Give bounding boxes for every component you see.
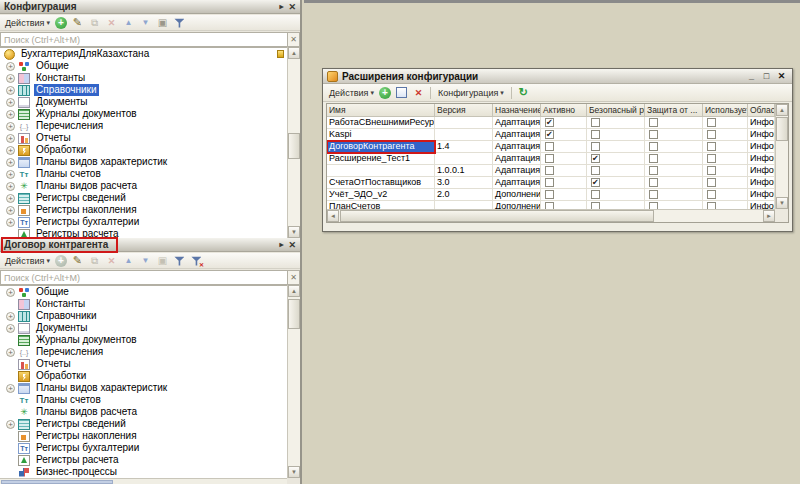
column-header[interactable]: Активно [541, 104, 587, 117]
configuration-menu-button[interactable]: Конфигурация [436, 88, 506, 98]
tree-item[interactable]: +Справочники [0, 310, 287, 322]
protection-checkbox[interactable] [649, 190, 658, 199]
scrollbar-thumb[interactable] [288, 133, 300, 159]
window-titlebar[interactable]: Расширения конфигурации _□✕ [323, 69, 792, 84]
scrollbar-thumb[interactable] [776, 117, 788, 141]
move-up-icon[interactable] [122, 254, 135, 267]
tree-item[interactable]: +Обработки [0, 144, 287, 156]
tree-item[interactable]: +Бизнес-процессы [0, 466, 287, 478]
tree-item[interactable]: +Отчеты [0, 132, 287, 144]
tree-item[interactable]: +Планы видов расчета [0, 406, 287, 418]
expand-icon[interactable]: + [6, 182, 15, 191]
table-row[interactable]: СчетаОтПоставщиков3.0АдаптацияИнфор [327, 177, 775, 189]
vertical-scrollbar[interactable]: ▲ ▼ [287, 47, 300, 238]
expand-icon[interactable]: + [6, 420, 15, 429]
protection-checkbox[interactable] [649, 142, 658, 151]
use-main-roles-checkbox[interactable] [707, 154, 716, 163]
expand-icon[interactable]: + [6, 86, 15, 95]
tree-item[interactable]: +Справочники [0, 84, 287, 96]
safe-mode-checkbox[interactable] [591, 118, 600, 127]
refresh-icon[interactable] [517, 86, 530, 99]
tree-item[interactable]: +Общие [0, 60, 287, 72]
maximize-button[interactable]: □ [760, 70, 773, 83]
expand-icon[interactable]: + [6, 194, 15, 203]
scroll-up-icon[interactable]: ▲ [776, 104, 788, 116]
cell-name[interactable] [327, 165, 435, 177]
tree-item[interactable]: +Перечисления [0, 120, 287, 132]
safe-mode-checkbox[interactable] [591, 166, 600, 175]
expand-icon[interactable]: + [6, 312, 15, 321]
tree-item[interactable]: +Обработки [0, 370, 287, 382]
tree-item[interactable]: +Отчеты [0, 358, 287, 370]
tree-item[interactable]: +Регистры накопления [0, 430, 287, 442]
expand-icon[interactable]: + [6, 158, 15, 167]
scrollbar-thumb[interactable] [1, 480, 113, 484]
tree-item[interactable]: +Документы [0, 322, 287, 334]
cell-name[interactable]: ДоговорКонтрагента [327, 141, 435, 153]
use-main-roles-checkbox[interactable] [707, 202, 716, 209]
use-main-roles-checkbox[interactable] [707, 178, 716, 187]
tree-item[interactable]: +Перечисления [0, 346, 287, 358]
table-row[interactable]: Учёт_ЭДО_v22.0ДополнениеИнфор [327, 189, 775, 201]
protection-checkbox[interactable] [649, 166, 658, 175]
tree-item[interactable]: +Регистры бухгалтерии [0, 216, 287, 228]
protection-checkbox[interactable] [649, 178, 658, 187]
scroll-up-icon[interactable]: ▲ [288, 285, 300, 297]
safe-mode-checkbox[interactable] [591, 130, 600, 139]
active-checkbox[interactable] [545, 190, 554, 199]
tree-item[interactable]: +Регистры расчета [0, 454, 287, 466]
expand-icon[interactable]: + [6, 206, 15, 215]
tree-item[interactable]: БухгалтерияДляКазахстана [0, 48, 287, 60]
panel-menu-icon[interactable]: ▸ [279, 238, 283, 252]
tree-item[interactable]: +Планы счетов [0, 394, 287, 406]
scroll-left-icon[interactable]: ◄ [327, 210, 339, 222]
actions-menu-button[interactable]: Действия [3, 256, 52, 266]
scrollbar-thumb[interactable] [288, 299, 300, 329]
table-row[interactable]: РаботаСВнешнимиРесурсамиАдаптацияИнфор [327, 117, 775, 129]
expand-icon[interactable]: + [6, 74, 15, 83]
cell-name[interactable]: Расширение_Тест1 [327, 153, 435, 165]
actions-menu-button[interactable]: Действия [327, 88, 376, 98]
horizontal-scrollbar[interactable] [0, 478, 287, 484]
tree-item[interactable]: +Документы [0, 96, 287, 108]
safe-mode-checkbox[interactable] [591, 178, 600, 187]
scroll-down-icon[interactable]: ▼ [776, 197, 788, 209]
tree-item[interactable]: +Планы видов характеристик [0, 382, 287, 394]
active-checkbox[interactable] [545, 202, 554, 209]
column-header[interactable]: Использует... [703, 104, 748, 117]
table-row[interactable]: 1.0.0.1АдаптацияИнфор [327, 165, 775, 177]
expand-icon[interactable]: + [6, 98, 15, 107]
cell-name[interactable]: РаботаСВнешнимиРесурсами [327, 117, 435, 129]
tree-item[interactable]: +Регистры расчета [0, 228, 287, 238]
cell-name[interactable]: ПланСчетов [327, 201, 435, 209]
actions-menu-button[interactable]: Действия [3, 18, 52, 28]
close-icon[interactable]: ✕ [288, 238, 296, 252]
clear-search-icon[interactable] [287, 32, 300, 47]
active-checkbox[interactable] [545, 142, 554, 151]
scrollbar-thumb[interactable] [340, 210, 654, 222]
tree-item[interactable]: +Планы видов характеристик [0, 156, 287, 168]
tree-item[interactable]: +Регистры накопления [0, 204, 287, 216]
expand-icon[interactable]: + [6, 170, 15, 179]
filter-clear-icon[interactable] [190, 254, 203, 267]
use-main-roles-checkbox[interactable] [707, 142, 716, 151]
close-button[interactable]: ✕ [775, 70, 788, 83]
safe-mode-checkbox[interactable] [591, 202, 600, 209]
scroll-down-icon[interactable]: ▼ [288, 226, 300, 238]
scroll-up-icon[interactable]: ▲ [288, 47, 300, 59]
tree-item[interactable]: +Планы видов расчета [0, 180, 287, 192]
active-checkbox[interactable] [545, 130, 554, 139]
table-row[interactable]: ПланСчетовДополнениеИнфор [327, 201, 775, 209]
active-checkbox[interactable] [545, 118, 554, 127]
expand-icon[interactable]: + [6, 288, 15, 297]
use-main-roles-checkbox[interactable] [707, 166, 716, 175]
search-input[interactable] [0, 32, 300, 47]
active-checkbox[interactable] [545, 166, 554, 175]
use-main-roles-checkbox[interactable] [707, 190, 716, 199]
scroll-right-icon[interactable]: ► [763, 210, 775, 222]
table-row[interactable]: Расширение_Тест1АдаптацияИнфор [327, 153, 775, 165]
table-row[interactable]: KaspiАдаптацияИнфор [327, 129, 775, 141]
tree-item[interactable]: +Регистры сведений [0, 192, 287, 204]
vertical-scrollbar[interactable]: ▲ ▼ [287, 285, 300, 478]
filter-icon[interactable] [173, 16, 186, 29]
